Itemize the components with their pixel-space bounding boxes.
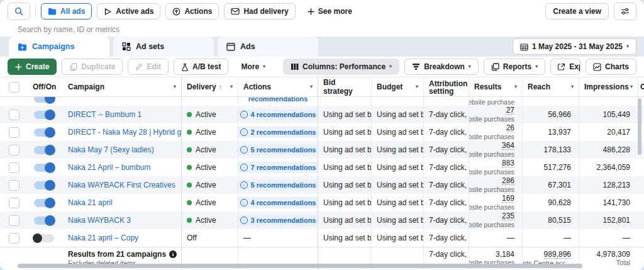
row-checkbox[interactable]	[9, 162, 19, 173]
duplicate-button[interactable]: Duplicate	[62, 59, 123, 75]
create-button[interactable]: Create	[8, 59, 57, 75]
filter-all-ads[interactable]: All ads	[41, 3, 92, 20]
bid-strategy-cell: Using ad set bid...	[318, 106, 371, 123]
delivery-cell: Off	[181, 229, 238, 247]
on-off-toggle[interactable]	[34, 217, 54, 225]
edit-button[interactable]: Edit	[128, 59, 169, 75]
header-results[interactable]: Results▾	[469, 77, 522, 96]
campaign-link[interactable]: Naka WAYBACK 3	[68, 216, 131, 225]
actions-cell: —	[238, 229, 318, 247]
recommendations-badge[interactable]: ↑3 recommendations	[238, 215, 318, 226]
header-budget[interactable]: Budget▾	[371, 77, 423, 96]
filter-actions[interactable]: Actions	[165, 3, 219, 20]
summary-reach-value[interactable]: 989,896	[544, 250, 571, 259]
results-value[interactable]: 883	[502, 159, 514, 167]
search-button[interactable]	[8, 3, 30, 20]
toggle-knob	[45, 127, 55, 138]
budget-cell: Using ad set bu...	[371, 106, 423, 123]
more-label: More	[241, 62, 259, 71]
create-view-button[interactable]: Create a view	[545, 3, 609, 20]
recommendations-badge[interactable]: ↑5 recommendations	[238, 144, 318, 155]
campaign-link[interactable]: DIRECT -- Bumbum 1	[68, 110, 142, 119]
plus-icon	[308, 8, 314, 15]
filter-active-ads[interactable]: Active ads	[97, 3, 160, 20]
summary-results-value: 3,184	[496, 250, 514, 258]
budget-cell: Using ad set bu...	[371, 194, 423, 211]
search-bar[interactable]: Search by name, ID or metrics	[0, 23, 644, 37]
tab-ads[interactable]: Ads	[218, 37, 318, 57]
info-icon[interactable]: i	[169, 250, 177, 258]
header-campaign[interactable]: Campaign▾	[60, 77, 181, 96]
arrow-up-circle-icon: ↑	[240, 199, 248, 206]
row-edge-cell	[638, 159, 644, 176]
plus-icon	[15, 64, 22, 70]
arrow-up-circle-icon: ↑	[240, 146, 248, 154]
recommendations-badge[interactable]: ↑4 recommendations	[238, 197, 318, 208]
row-checkbox[interactable]	[9, 180, 19, 191]
header-next-column-clipped: C	[638, 77, 644, 96]
results-value[interactable]: 286	[502, 177, 514, 185]
tab-ad-sets[interactable]: Ad sets	[113, 37, 214, 57]
row-checkbox[interactable]	[9, 110, 19, 120]
on-off-toggle[interactable]	[34, 164, 54, 172]
horizontal-scrollbar[interactable]	[18, 264, 582, 268]
results-value[interactable]: 26	[506, 124, 514, 132]
campaign-link[interactable]: Naka 21 April – bumbum	[68, 163, 150, 172]
recommendations-link-clipped[interactable]: recommendations	[248, 97, 308, 103]
on-off-toggle[interactable]	[34, 128, 54, 137]
results-value[interactable]: 364	[502, 142, 514, 150]
vertical-scrollbar[interactable]	[638, 98, 641, 155]
delivery-status: Active	[196, 110, 216, 119]
active-status-dot	[187, 200, 192, 205]
campaign-link[interactable]: Naka 21 april – Copy	[68, 233, 138, 242]
campaign-link[interactable]: Naka May 7 (Sexy ladies)	[68, 145, 154, 154]
export-split-button: Export ▾	[550, 59, 580, 75]
reports-button[interactable]: Reports ▾	[484, 59, 545, 75]
on-off-toggle[interactable]	[34, 199, 54, 207]
campaign-link[interactable]: Naka WAYBACK First Creatives	[68, 181, 175, 189]
header-attribution[interactable]: Attribution setting	[423, 77, 469, 96]
campaign-link[interactable]: DIRECT - Naka May 28 | Hybrid graphic	[68, 128, 181, 137]
select-all-checkbox[interactable]	[9, 82, 19, 93]
filter-label: See more	[318, 7, 352, 16]
on-off-toggle[interactable]	[34, 111, 54, 119]
recommendations-badge[interactable]: ↑7 recommendations	[238, 162, 318, 173]
recommendations-badge[interactable]: ↑4 recommendations	[238, 109, 318, 120]
view-settings-button[interactable]	[614, 3, 636, 20]
tab-campaigns[interactable]: Campaigns	[9, 37, 109, 57]
on-off-toggle[interactable]	[34, 234, 54, 242]
on-off-toggle[interactable]	[34, 181, 54, 189]
date-range-picker[interactable]: 1 May 2025 - 31 May 2025 ▾	[513, 38, 636, 55]
header-bid-strategy[interactable]: Bid strategy	[318, 77, 371, 96]
toggle-knob	[45, 198, 55, 208]
charts-button[interactable]: Charts	[586, 59, 636, 75]
row-checkbox[interactable]	[9, 145, 19, 155]
recommendations-badge[interactable]: ↑2 recommendations	[238, 127, 318, 138]
results-value[interactable]: 27	[506, 106, 514, 115]
header-delivery[interactable]: Delivery↑▾	[181, 77, 238, 96]
breakdown-button[interactable]: Breakdown ▾	[404, 59, 479, 75]
active-status-dot	[187, 183, 192, 188]
results-cell: 235Website purchases	[469, 211, 522, 229]
row-checkbox[interactable]	[9, 198, 19, 208]
header-actions[interactable]: Actions▾	[238, 77, 318, 96]
filter-label: Actions	[184, 7, 212, 16]
more-button[interactable]: More ▾	[233, 59, 273, 75]
recommendations-badge[interactable]: ↑5 recommendations	[238, 179, 318, 191]
row-checkbox[interactable]	[9, 127, 19, 138]
on-off-toggle[interactable]	[34, 97, 54, 103]
results-value[interactable]: 169	[502, 194, 514, 203]
filter-see-more[interactable]: See more	[301, 3, 359, 20]
row-checkbox[interactable]	[9, 215, 19, 226]
ab-test-button[interactable]: A/B test	[174, 59, 228, 75]
toggle-knob	[45, 97, 55, 104]
header-reach[interactable]: Reach▾	[522, 77, 579, 96]
filter-had-delivery[interactable]: Had delivery	[224, 3, 295, 20]
on-off-toggle[interactable]	[34, 146, 54, 154]
columns-button[interactable]: Columns: Performance ▾	[283, 59, 399, 75]
campaign-link[interactable]: Naka 21 april	[68, 198, 113, 207]
header-impressions[interactable]: Impressions▾	[579, 77, 638, 96]
results-value[interactable]: 235	[502, 212, 514, 220]
row-checkbox[interactable]	[9, 233, 19, 244]
export-button[interactable]: Export	[551, 59, 580, 74]
